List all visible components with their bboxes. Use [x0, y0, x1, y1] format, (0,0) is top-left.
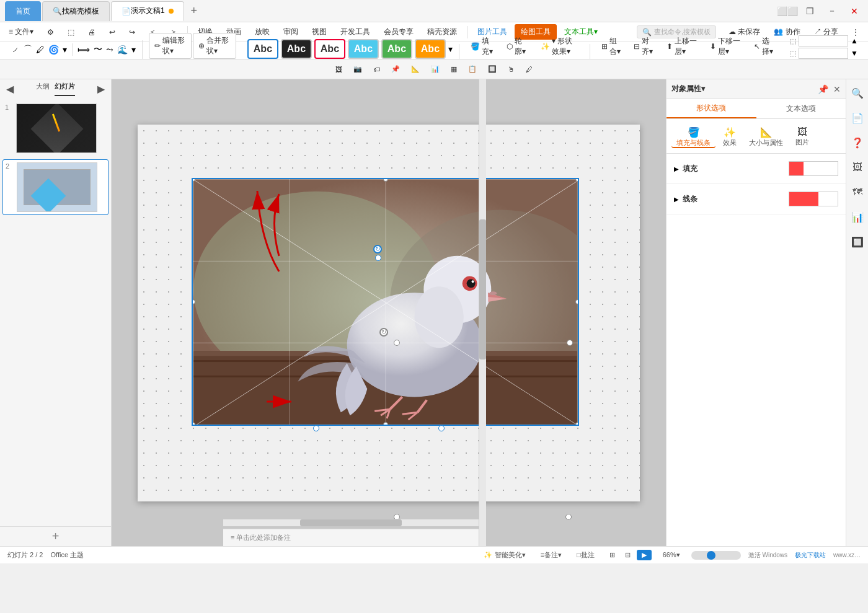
- menu-devtools[interactable]: 开发工具: [334, 24, 376, 40]
- smart-beauty-button[interactable]: ✨ 智能美化▾: [480, 549, 529, 561]
- mid-handle1[interactable]: [394, 340, 400, 346]
- menu-review[interactable]: 审阅: [277, 24, 304, 40]
- float-btn-5[interactable]: 📐: [407, 63, 423, 75]
- line-tool7[interactable]: ⤳: [105, 43, 115, 56]
- vertical-scrollbar[interactable]: [479, 79, 486, 546]
- note-area[interactable]: ≡ 单击此处添加备注: [223, 529, 479, 546]
- menu-redo[interactable]: ↪: [123, 25, 141, 39]
- handle-tr[interactable]: [575, 178, 579, 182]
- right-icon-shape[interactable]: 🔲: [849, 233, 866, 250]
- add-tab-button[interactable]: +: [185, 2, 203, 20]
- backward-button[interactable]: ⬇ 下移一层▾: [705, 34, 746, 59]
- menu-file[interactable]: ≡ 文件▾: [2, 24, 40, 40]
- comment-button[interactable]: □批注: [573, 549, 598, 561]
- maximize-button[interactable]: ❐: [801, 5, 818, 17]
- menu-icon1[interactable]: ⚙: [41, 25, 60, 39]
- abc-more[interactable]: ▾: [448, 44, 453, 54]
- horizontal-scrollbar[interactable]: [223, 519, 479, 526]
- abc-btn-2[interactable]: Abc: [281, 39, 312, 59]
- line-tool1[interactable]: ⟋: [10, 43, 21, 56]
- float-btn-10[interactable]: 🖱: [504, 64, 518, 75]
- menu-vip[interactable]: 会员专享: [378, 24, 420, 40]
- h-scrollbar-thumb[interactable]: [300, 519, 402, 526]
- rotate-handle-diamond[interactable]: ↻: [373, 245, 382, 254]
- tab-doc[interactable]: 📄 演示文稿1: [111, 1, 184, 21]
- menu-resources[interactable]: 稿壳资源: [421, 24, 463, 40]
- canvas-area[interactable]: ↻ ↻: [112, 79, 666, 546]
- right-icon-search[interactable]: 🔍: [849, 84, 866, 102]
- float-btn-11[interactable]: 🖊: [522, 64, 536, 75]
- float-btn-2[interactable]: 📷: [350, 63, 366, 75]
- zoom-slider[interactable]: [691, 551, 741, 560]
- fill-line-tab[interactable]: 🪣 填充与线条: [671, 124, 715, 148]
- float-btn-6[interactable]: 📊: [427, 63, 443, 75]
- fill-button[interactable]: 🪣 填充▾: [466, 34, 498, 59]
- menu-icon2[interactable]: ⬚: [61, 25, 81, 39]
- image-frame[interactable]: [192, 178, 579, 426]
- line-color-preview[interactable]: [789, 192, 838, 206]
- picture-tab[interactable]: 🖼 图片: [790, 124, 814, 148]
- text-options-tab[interactable]: 文本选项: [756, 99, 846, 118]
- line-more[interactable]: ▾: [61, 43, 68, 56]
- up-arrow1[interactable]: ▲: [851, 37, 858, 45]
- list-view-button[interactable]: ⊟: [621, 550, 634, 560]
- panel-pin-icon[interactable]: 📌: [818, 84, 828, 94]
- diamond-handle-top[interactable]: [375, 255, 381, 261]
- slide-item-2[interactable]: 2: [2, 159, 108, 215]
- abc-btn-3[interactable]: Abc: [314, 39, 345, 59]
- restore-button[interactable]: －: [823, 5, 841, 17]
- effects-tab[interactable]: ✨ 效果: [718, 124, 742, 148]
- line-tool6[interactable]: 〜: [92, 43, 104, 56]
- width-input[interactable]: [799, 35, 848, 46]
- rotate-handle-img[interactable]: ↻: [379, 328, 388, 337]
- shape-options-tab[interactable]: 形状选项: [666, 99, 756, 118]
- float-btn-7[interactable]: ▦: [447, 63, 461, 75]
- line-more2[interactable]: ▾: [130, 43, 137, 56]
- down-arrow1[interactable]: ▼: [851, 49, 858, 58]
- menu-print[interactable]: 🖨: [82, 25, 102, 39]
- fill-color-preview[interactable]: [789, 161, 838, 176]
- next-slide-button[interactable]: ▶: [94, 82, 108, 96]
- outline-tab[interactable]: 大纲: [36, 82, 50, 96]
- line-section-header[interactable]: ▶ 线条: [674, 189, 838, 209]
- height-input[interactable]: [799, 48, 848, 59]
- tab-home[interactable]: 首页: [5, 1, 41, 21]
- mid-handle4[interactable]: [565, 514, 572, 520]
- outline-button[interactable]: ⬡ 轮廓▾: [502, 34, 532, 59]
- line-tool5[interactable]: ⟾: [76, 43, 91, 56]
- right-icon-doc[interactable]: 📄: [849, 109, 866, 126]
- slide-item-1[interactable]: 1: [2, 101, 108, 156]
- handle-bm[interactable]: [383, 422, 388, 426]
- merge-shape-button[interactable]: ⊕ 合并形状▾: [193, 33, 236, 59]
- abc-btn-4[interactable]: Abc: [348, 39, 379, 59]
- tab-template[interactable]: 🔍 找稿壳模板: [42, 1, 110, 21]
- minimize-button[interactable]: ⬜⬜: [779, 5, 796, 17]
- edit-shape-button[interactable]: ✏ 编辑形状▾: [149, 33, 192, 59]
- diamond-handle-right[interactable]: [438, 425, 445, 431]
- panel-close-icon[interactable]: ✕: [833, 84, 841, 94]
- float-btn-1[interactable]: 🖼: [332, 64, 346, 75]
- float-btn-3[interactable]: 🏷: [370, 64, 384, 75]
- right-icon-help[interactable]: ❓: [849, 134, 866, 151]
- abc-btn-1[interactable]: Abc: [247, 39, 278, 59]
- menu-slideshow[interactable]: 放映: [249, 24, 276, 40]
- line-tool2[interactable]: ⌒: [22, 43, 33, 56]
- right-icon-map[interactable]: 🗺: [849, 183, 866, 201]
- float-btn-4[interactable]: 📌: [388, 63, 404, 75]
- effects-button[interactable]: ✨ ▾ 形状效果▾: [536, 34, 584, 59]
- grid-view-button[interactable]: ⊞: [606, 550, 619, 560]
- float-btn-8[interactable]: 📋: [464, 63, 480, 75]
- diamond-handle-left[interactable]: [313, 425, 319, 431]
- line-tool8[interactable]: 🌊: [116, 43, 129, 56]
- size-tab[interactable]: 📐 大小与属性: [744, 124, 788, 148]
- right-icon-pic[interactable]: 🖼: [849, 159, 866, 176]
- float-btn-9[interactable]: 🔲: [484, 63, 500, 75]
- menu-view[interactable]: 视图: [306, 24, 333, 40]
- forward-button[interactable]: ⬆ 上移一层▾: [662, 34, 702, 59]
- notes-button[interactable]: ≡备注▾: [537, 549, 565, 561]
- select-button[interactable]: ↖ 选择▾: [749, 34, 779, 59]
- abc-btn-5[interactable]: Abc: [381, 39, 412, 59]
- scrollbar-thumb[interactable]: [479, 219, 486, 359]
- slides-tab[interactable]: 幻灯片: [55, 82, 75, 96]
- prev-slide-button[interactable]: ◀: [2, 82, 17, 96]
